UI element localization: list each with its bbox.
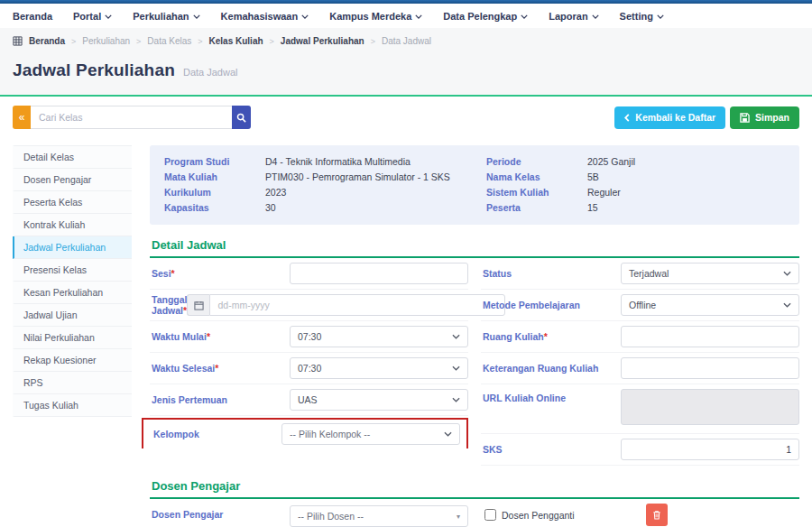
- grid-icon: [13, 36, 23, 46]
- field-row-tanggal-jadwal: Tanggal Jadwal*: [150, 290, 468, 321]
- sidebar-item-kontrak-kuliah[interactable]: Kontrak Kuliah: [13, 214, 132, 236]
- chevron-down-icon: [452, 334, 460, 339]
- waktu-selesai-select[interactable]: 07:30: [290, 357, 468, 379]
- field-row-kelompok-highlighted: Kelompok -- Pilih Kelompok --: [142, 418, 468, 448]
- field-row-status: Status Terjadwal: [481, 258, 799, 290]
- delete-dosen-button[interactable]: [646, 504, 668, 526]
- sidebar-item-kesan-perkuliahan[interactable]: Kesan Perkuliahan: [13, 282, 132, 304]
- chevron-down-icon: [105, 14, 112, 19]
- field-row-jenis-pertemuan: Jenis Pertemuan UAS: [150, 384, 468, 416]
- breadcrumb: Beranda > Perkuliahan > Data Kelas > Kel…: [13, 28, 799, 53]
- sidebar-item-detail-kelas[interactable]: Detail Kelas: [13, 145, 132, 169]
- breadcrumb-item[interactable]: Perkuliahan: [82, 36, 130, 46]
- breadcrumb-item[interactable]: Jadwal Perkuliahan: [281, 36, 364, 46]
- back-to-list-button[interactable]: Kembali ke Daftar: [614, 106, 725, 129]
- kelompok-select[interactable]: -- Pilih Kelompok --: [281, 423, 460, 445]
- info-mata-kuliah: Mata KuliahPTIM030 - Pemrograman Simulat…: [164, 171, 463, 183]
- sidebar-item-presensi-kelas[interactable]: Presensi Kelas: [13, 259, 132, 282]
- field-row-url-kuliah-online: URL Kuliah Online: [481, 384, 799, 434]
- chevron-down-icon: [592, 14, 599, 19]
- ruang-kuliah-input[interactable]: [621, 326, 799, 347]
- nav-laporan[interactable]: Laporan: [549, 11, 598, 22]
- info-periode: Periode2025 Ganjil: [486, 155, 785, 168]
- collapse-sidebar-button[interactable]: «: [13, 106, 31, 129]
- nav-perkuliahan[interactable]: Perkuliahan: [133, 11, 199, 22]
- chevron-down-icon: [657, 14, 664, 19]
- search-icon: [236, 113, 246, 123]
- trash-icon: [652, 510, 661, 520]
- sidebar-item-peserta-kelas[interactable]: Peserta Kelas: [13, 191, 132, 214]
- dosen-pengganti-checkbox-label: Dosen Pengganti: [481, 509, 575, 521]
- info-kapasitas: Kapasitas30: [164, 201, 463, 214]
- url-kuliah-online-textarea: [621, 389, 799, 425]
- chevron-left-icon: [624, 114, 630, 122]
- page-header: Beranda > Perkuliahan > Data Kelas > Kel…: [0, 28, 812, 97]
- breadcrumb-separator: >: [198, 37, 202, 46]
- tanggal-jadwal-input[interactable]: [209, 294, 505, 316]
- breadcrumb-item[interactable]: Beranda: [29, 36, 65, 46]
- save-icon: [740, 113, 750, 123]
- breadcrumb-separator: >: [270, 37, 274, 46]
- sidebar-item-jadwal-perkuliahan[interactable]: Jadwal Perkuliahan: [13, 236, 132, 259]
- field-row-sks: SKS: [481, 434, 799, 466]
- sidebar-item-dosen-pengajar[interactable]: Dosen Pengajar: [13, 169, 132, 191]
- breadcrumb-item[interactable]: Kelas Kuliah: [209, 36, 263, 46]
- info-kurikulum: Kurikulum2023: [164, 186, 463, 199]
- waktu-mulai-select[interactable]: 07:30: [290, 326, 468, 347]
- required-mark: *: [215, 363, 218, 374]
- dosen-pengajar-select[interactable]: -- Pilih Dosen --▾: [290, 505, 468, 527]
- field-row-waktu-mulai: Waktu Mulai* 07:30: [150, 321, 468, 353]
- info-nama-kelas: Nama Kelas5B: [486, 171, 785, 183]
- breadcrumb-separator: >: [71, 37, 76, 46]
- chevron-down-icon: [783, 302, 791, 308]
- sidebar-item-jadwal-ujian[interactable]: Jadwal Ujian: [13, 304, 132, 327]
- chevron-down-icon: [415, 14, 422, 19]
- jenis-pertemuan-select[interactable]: UAS: [290, 389, 468, 411]
- chevron-down-icon: [444, 431, 452, 437]
- chevron-down-icon: ▾: [457, 513, 460, 521]
- sidebar-item-tugas-kuliah[interactable]: Tugas Kuliah: [13, 394, 132, 417]
- class-menu-sidebar: Detail Kelas Dosen Pengajar Peserta Kela…: [13, 145, 132, 527]
- chevron-down-icon: [521, 14, 528, 19]
- main-navbar: Beranda Portal Perkuliahan Kemahasiswaan…: [0, 4, 812, 28]
- nav-kampus-merdeka[interactable]: Kampus Merdeka: [329, 11, 422, 22]
- toolbar: « Kembali ke Daftar Simpan: [13, 106, 799, 129]
- nav-data-pelengkap[interactable]: Data Pelengkap: [443, 11, 528, 22]
- status-select[interactable]: Terjadwal: [621, 263, 799, 284]
- nav-kemahasiswaan[interactable]: Kemahasiswaan: [221, 11, 309, 22]
- nav-setting[interactable]: Setting: [620, 11, 664, 22]
- nav-portal[interactable]: Portal: [73, 11, 112, 22]
- nav-beranda[interactable]: Beranda: [13, 11, 52, 22]
- chevron-down-icon: [452, 397, 460, 402]
- sesi-input[interactable]: [290, 263, 468, 284]
- double-chevron-left-icon: «: [19, 111, 25, 124]
- field-row-metode-pembelajaran: Metode Pembelajaran Offline: [481, 290, 799, 321]
- field-row-keterangan-ruang-kuliah: Keterangan Ruang Kuliah: [481, 353, 799, 384]
- breadcrumb-item: Data Jadwal: [382, 36, 431, 46]
- breadcrumb-item[interactable]: Data Kelas: [147, 36, 191, 46]
- save-button[interactable]: Simpan: [730, 106, 799, 129]
- required-mark: *: [544, 331, 548, 342]
- field-row-dosen-pengajar: Dosen Pengajar -- Pilih Dosen --▾ Tambah…: [150, 499, 468, 527]
- chevron-down-icon: [783, 271, 791, 276]
- breadcrumb-separator: >: [371, 37, 375, 46]
- class-info-panel: Program StudiD4 - Teknik Informatika Mul…: [150, 145, 799, 225]
- sks-input[interactable]: [621, 439, 799, 460]
- sidebar-item-rekap-kuesioner[interactable]: Rekap Kuesioner: [13, 349, 132, 372]
- field-row-ruang-kuliah: Ruang Kuliah*: [481, 321, 799, 353]
- info-peserta: Peserta15: [486, 201, 785, 214]
- required-mark: *: [171, 268, 175, 279]
- sidebar-item-rps[interactable]: RPS: [13, 372, 132, 394]
- field-row-waktu-selesai: Waktu Selesai* 07:30: [150, 353, 468, 384]
- page-subtitle: Data Jadwal: [183, 67, 238, 78]
- info-sistem-kuliah: Sistem KuliahReguler: [486, 186, 785, 199]
- dosen-pengganti-checkbox[interactable]: [484, 509, 496, 521]
- sidebar-item-nilai-perkuliahan[interactable]: Nilai Perkuliahan: [13, 327, 132, 349]
- chevron-down-icon: [452, 365, 460, 371]
- keterangan-ruang-kuliah-input[interactable]: [621, 357, 799, 379]
- metode-pembelajaran-select[interactable]: Offline: [621, 294, 799, 316]
- dosen-pengganti-row: Dosen Pengganti: [481, 499, 799, 527]
- page-title: Jadwal Perkuliahan: [13, 60, 175, 80]
- search-input[interactable]: [31, 106, 232, 129]
- search-button[interactable]: [232, 106, 251, 129]
